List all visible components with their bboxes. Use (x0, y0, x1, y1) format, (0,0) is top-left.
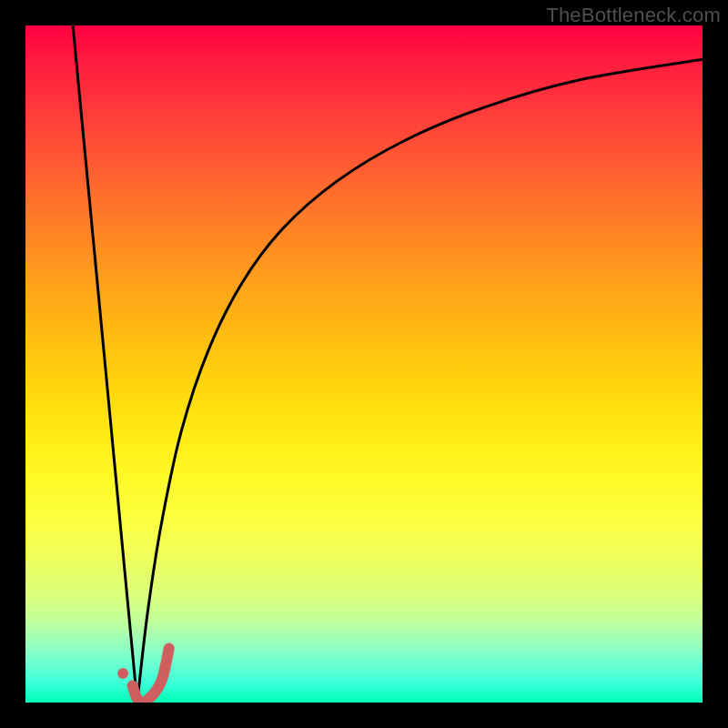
watermark-text: TheBottleneck.com (546, 4, 721, 27)
right-branch-line (137, 59, 703, 703)
chart-frame: TheBottleneck.com (0, 0, 728, 728)
marker-hook-line (133, 649, 169, 703)
left-branch-line (73, 25, 137, 703)
plot-area (25, 25, 703, 703)
curve-layer (25, 25, 703, 703)
marker-dot-icon (117, 668, 128, 679)
